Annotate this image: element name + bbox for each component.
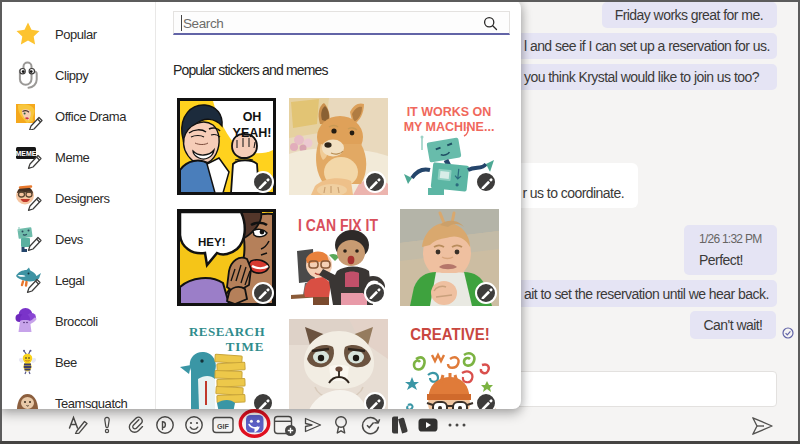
svg-text:HEY!: HEY! bbox=[198, 236, 225, 248]
svg-text:IT WORKS ON: IT WORKS ON bbox=[407, 105, 492, 119]
svg-text:OH: OH bbox=[243, 110, 262, 124]
svg-text:MEME: MEME bbox=[16, 150, 37, 157]
svg-text:YEAH!: YEAH! bbox=[233, 126, 272, 140]
svg-text:RESEARCH: RESEARCH bbox=[189, 324, 265, 339]
svg-text:CREATIVE!: CREATIVE! bbox=[410, 324, 490, 343]
svg-text:MY MACHINE...: MY MACHINE... bbox=[404, 120, 495, 134]
svg-text:GIF: GIF bbox=[217, 422, 230, 431]
svg-text:I CAN FIX IT: I CAN FIX IT bbox=[297, 217, 377, 234]
svg-text:TIME: TIME bbox=[226, 339, 265, 354]
